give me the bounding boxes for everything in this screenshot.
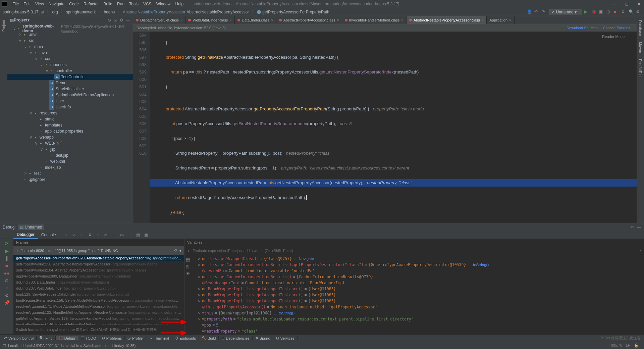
menu-refactor[interactable]: Refactor: [81, 2, 101, 6]
vars-settings-icon[interactable]: 👁: [186, 271, 190, 276]
coverage-icon[interactable]: ▣: [599, 9, 604, 15]
status-item[interactable]: 🔨Build: [199, 336, 219, 340]
thread-dump-icon[interactable]: ≡: [5, 285, 8, 291]
tree-node[interactable]: ▫.gitignore: [7, 177, 133, 183]
pin-icon[interactable]: 📌: [4, 300, 10, 305]
stack-frame[interactable]: resolveArgument:171, ModelAttributeMetho…: [13, 303, 184, 309]
tree-node[interactable]: v▸WEB-INF: [7, 140, 133, 146]
tree-node[interactable]: v▪com: [7, 56, 133, 62]
editor-tab[interactable]: AbstractNestablePropertyAccessor.class×: [407, 16, 487, 24]
variable-row[interactable]: ⊘ nestedPa= Cannot find local variable '…: [184, 268, 644, 274]
console-tab[interactable]: Console: [38, 231, 59, 239]
source-code[interactable]: } protected String getFinalPath(Abstract…: [150, 32, 637, 223]
tree-node[interactable]: v▸main: [7, 44, 133, 50]
stack-frame[interactable]: getMethodArgumentValues:179, InvocableHa…: [13, 315, 184, 321]
status-item[interactable]: ☰TODO: [78, 336, 99, 340]
show-exec-icon[interactable]: ≡: [63, 233, 69, 237]
step-out-icon[interactable]: ↑: [95, 233, 101, 237]
menu-window[interactable]: Window: [154, 2, 173, 6]
editor-tab[interactable]: AbstractPropertyAccessor.class×: [276, 16, 342, 24]
tree-node[interactable]: v▸java: [7, 50, 133, 56]
nav-fwd-icon[interactable]: ↷: [542, 9, 547, 15]
pause-icon[interactable]: ‖: [6, 256, 8, 261]
crumb-method[interactable]: getPropertyAccessorForPropertyPath: [257, 10, 330, 14]
window-close-icon[interactable]: ✕: [636, 2, 642, 6]
tree-node[interactable]: ▫index.jsp: [7, 164, 133, 170]
tree-node[interactable]: CTestController: [7, 74, 133, 80]
crumb-jar[interactable]: spring-beans-5.3.17.jar: [3, 10, 45, 14]
variable-row[interactable]: > ≡ this= {BeanWrapperImpl@11068}… toStr…: [184, 310, 644, 316]
toolbox-icon[interactable]: ▢: [3, 343, 6, 348]
lock-icon[interactable]: 🔒: [634, 343, 639, 347]
drop-frame-icon[interactable]: ⤺: [103, 233, 109, 237]
variable-row[interactable]: > oo this.getCachedIntrospectionResults(…: [184, 262, 644, 268]
variable-row[interactable]: > ≡ propertyPath= "class.module.classLoa…: [184, 316, 644, 322]
status-item[interactable]: ❋Spring: [253, 336, 273, 340]
tree-node[interactable]: CUser: [7, 98, 133, 104]
tree-node[interactable]: v▸resources: [7, 110, 133, 116]
menu-file[interactable]: File: [10, 2, 21, 6]
variable-row[interactable]: ≡ pos= 5: [184, 322, 644, 328]
editor-tab[interactable]: InvocableHandlerMethod.class×: [342, 16, 407, 24]
tool-restful-tab[interactable]: RestfulTool: [638, 56, 643, 80]
stack-frame[interactable]: resolveArgument:122, HandlerMethodArgume…: [13, 309, 184, 315]
status-item[interactable]: ◷Profiler: [125, 336, 147, 340]
stack-frame[interactable]: bindRequestParameters:158, ServletModelA…: [13, 297, 184, 303]
caret-position[interactable]: 805:76: [611, 343, 622, 347]
reader-mode-badge[interactable]: Reader Mode: [600, 32, 627, 41]
mute-bp-icon[interactable]: ⊘: [5, 278, 9, 283]
line-sep[interactable]: LF: [626, 343, 630, 347]
run-button-icon[interactable]: ▶: [584, 9, 590, 15]
thread-selector[interactable]: ✓ "http-nio-8080-exec-4"@11,055 in group…: [13, 246, 184, 255]
menu-edit[interactable]: Edit: [21, 2, 33, 6]
variable-row[interactable]: > oo BeanWrapperImpl.this.getWrappedInst…: [184, 292, 644, 298]
settings-icon[interactable]: ⚙: [120, 18, 123, 22]
crumb-pkg[interactable]: beans: [104, 10, 116, 14]
tool-database-tab[interactable]: Database: [638, 17, 643, 39]
variable-row[interactable]: ⊘ BeanWrapperImpl= Cannot find local var…: [184, 280, 644, 286]
choose-sources-link[interactable]: Choose Sources...: [603, 26, 634, 30]
editor-tab[interactable]: DataBinder.class×: [235, 16, 276, 24]
stop-icon[interactable]: ■: [5, 263, 8, 268]
code-editor[interactable]: Reader Mode 5945955965975985996006016026…: [133, 32, 637, 223]
layout-icon[interactable]: ▦: [143, 233, 149, 237]
tool-maven-tab[interactable]: Maven: [638, 39, 643, 56]
menu-navigate[interactable]: Navigate: [46, 2, 67, 6]
menu-build[interactable]: Build: [101, 2, 115, 6]
tree-node[interactable]: v▪moonsec: [7, 62, 133, 68]
tree-node[interactable]: v▸jsp: [7, 146, 133, 152]
stack-frame[interactable]: invokeForRequest:146, InvocableHandlerMe…: [13, 321, 184, 325]
rerun-icon[interactable]: ⟳: [5, 241, 9, 246]
tree-node[interactable]: CDemo: [7, 80, 133, 86]
status-item[interactable]: >_Terminal: [147, 336, 172, 340]
tree-node[interactable]: v▸src: [7, 38, 133, 44]
nav-back-icon[interactable]: ↶: [534, 9, 540, 15]
update-icon[interactable]: ⚙: [621, 9, 627, 15]
step-over-icon[interactable]: ⤻: [71, 233, 77, 237]
editor-tab[interactable]: DispatcherServlet.class×: [133, 16, 185, 24]
settings-icon[interactable]: ⚙: [630, 225, 634, 230]
variable-row[interactable]: ≡ nestedProperty= "class": [184, 328, 644, 334]
download-sources-link[interactable]: Download Sources: [567, 26, 597, 30]
variable-row[interactable]: > oo BeanWrapperImpl.this.getWrappedInst…: [184, 298, 644, 304]
stop-button-icon[interactable]: ■: [614, 9, 619, 15]
breakpoints-icon[interactable]: ●●: [4, 270, 10, 276]
tree-node[interactable]: ▫test.jsp: [7, 152, 133, 158]
settings-icon[interactable]: ⚙: [5, 293, 9, 298]
stack-frame[interactable]: setPropertyValues:104, AbstractPropertyA…: [13, 267, 184, 273]
trace-icon[interactable]: ▤: [135, 233, 141, 237]
window-maximize-icon[interactable]: ◻: [624, 2, 630, 6]
stack-frame[interactable]: setPropertyValue:256, AbstractNestablePr…: [13, 261, 184, 267]
crumb-class[interactable]: AbstractNestablePropertyAccessor: [123, 10, 186, 14]
tree-node[interactable]: ▸static: [7, 116, 133, 122]
crumb-pkg[interactable]: springframework: [66, 10, 97, 14]
tree-node[interactable]: >▸test: [7, 170, 133, 177]
status-item[interactable]: ⊡Services: [273, 336, 298, 340]
editor-tab[interactable]: WebDataBinder.class×: [185, 16, 234, 24]
add-watch-icon[interactable]: +: [187, 249, 189, 253]
window-minimize-icon[interactable]: —: [611, 2, 618, 6]
status-item[interactable]: 🐞Debug: [56, 336, 78, 340]
list-layout-icon[interactable]: ▤: [186, 257, 190, 262]
status-item[interactable]: ⊘Problems: [99, 336, 125, 340]
menu-run[interactable]: Run: [115, 2, 127, 6]
